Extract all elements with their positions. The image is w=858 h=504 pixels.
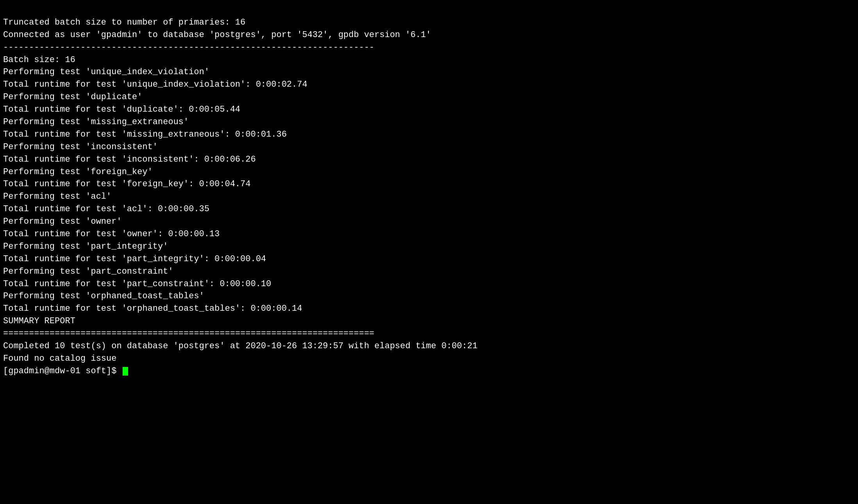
terminal-line: Total runtime for test 'duplicate': 0:00… [3, 103, 855, 116]
terminal-line: Performing test 'part_constraint' [3, 265, 855, 278]
terminal-line: Total runtime for test 'part_constraint'… [3, 278, 855, 290]
terminal-output: Truncated batch size to number of primar… [3, 4, 855, 378]
terminal-cursor [123, 367, 128, 376]
terminal-line: Performing test 'missing_extraneous' [3, 116, 855, 128]
terminal-line: Total runtime for test 'inconsistent': 0… [3, 153, 855, 166]
terminal-prompt-line: [gpadmin@mdw-01 soft]$ [3, 365, 855, 378]
terminal-line: Found no catalog issue [3, 353, 855, 365]
terminal-line: Total runtime for test 'acl': 0:00:00.35 [3, 203, 855, 215]
terminal-prompt: [gpadmin@mdw-01 soft]$ [3, 365, 122, 378]
terminal-line: Performing test 'unique_index_violation' [3, 66, 855, 78]
terminal-line: Connected as user 'gpadmin' to database … [3, 29, 855, 41]
terminal-line: Performing test 'inconsistent' [3, 141, 855, 153]
terminal-line: ========================================… [3, 328, 855, 340]
terminal-line: Performing test 'part_integrity' [3, 240, 855, 253]
terminal-line: Total runtime for test 'part_integrity':… [3, 253, 855, 265]
terminal-line: Total runtime for test 'foreign_key': 0:… [3, 178, 855, 191]
terminal-line: Batch size: 16 [3, 54, 855, 66]
terminal-line: Total runtime for test 'unique_index_vio… [3, 78, 855, 91]
terminal-line: Performing test 'acl' [3, 191, 855, 203]
terminal-line: Total runtime for test 'orphaned_toast_t… [3, 303, 855, 315]
terminal-line: Total runtime for test 'owner': 0:00:00.… [3, 228, 855, 240]
terminal-line: Performing test 'foreign_key' [3, 166, 855, 178]
terminal-line: Completed 10 test(s) on database 'postgr… [3, 340, 855, 353]
terminal-line: Truncated batch size to number of primar… [3, 16, 855, 29]
terminal-line: Performing test 'orphaned_toast_tables' [3, 290, 855, 303]
terminal-line: ----------------------------------------… [3, 41, 855, 54]
terminal-line: Performing test 'owner' [3, 215, 855, 228]
terminal-line: SUMMARY REPORT [3, 315, 855, 328]
terminal-line: Total runtime for test 'missing_extraneo… [3, 128, 855, 141]
terminal-line: Performing test 'duplicate' [3, 91, 855, 103]
